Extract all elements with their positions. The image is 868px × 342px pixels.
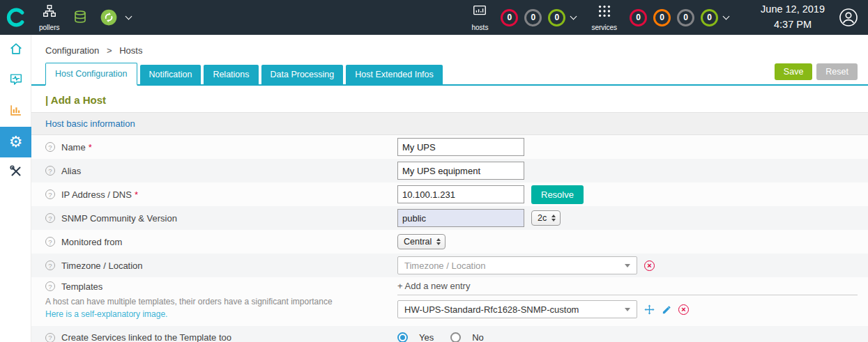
hosts-up-badge[interactable]: 0 bbox=[548, 9, 565, 26]
monitored-from-value: Central bbox=[404, 237, 432, 247]
monitored-label-cell: ? Monitored from bbox=[45, 237, 397, 247]
chevron-down-icon[interactable] bbox=[723, 13, 730, 20]
tab-notification[interactable]: Notification bbox=[140, 65, 201, 84]
services-unknown-badge[interactable]: 0 bbox=[677, 9, 694, 26]
breadcrumb: Configuration > Hosts bbox=[31, 35, 868, 63]
ip-address-input[interactable] bbox=[397, 185, 524, 203]
form-row-name: ? Name* bbox=[31, 135, 868, 159]
sidebar-item-reporting[interactable] bbox=[0, 96, 31, 127]
database-icon[interactable] bbox=[72, 9, 89, 26]
delete-template-icon[interactable]: × bbox=[678, 304, 689, 315]
pollers-menu[interactable]: pollers bbox=[39, 3, 59, 31]
chevron-down-icon bbox=[625, 264, 630, 267]
alias-label-cell: ? Alias bbox=[45, 166, 397, 176]
timezone-label-cell: ? Timezone / Location bbox=[45, 261, 397, 271]
breadcrumb-hosts[interactable]: Hosts bbox=[119, 45, 142, 56]
help-icon[interactable]: ? bbox=[45, 213, 55, 223]
hosts-menu[interactable]: hosts bbox=[471, 3, 488, 31]
help-icon[interactable]: ? bbox=[45, 237, 55, 247]
tab-data-processing[interactable]: Data Processing bbox=[261, 65, 344, 84]
timezone-label: Timezone / Location bbox=[61, 261, 143, 271]
ip-label: IP Address / DNS* bbox=[61, 189, 138, 200]
select-stepper-icon bbox=[551, 215, 556, 221]
help-icon[interactable]: ? bbox=[45, 189, 55, 199]
topbar: pollers hosts 0 0 bbox=[0, 0, 868, 35]
chevron-down-icon[interactable] bbox=[570, 13, 577, 20]
required-asterisk: * bbox=[89, 142, 92, 153]
form-row-monitored-from: ? Monitored from Central bbox=[31, 230, 868, 254]
timezone-input-cell: Timezone / Location × bbox=[397, 256, 868, 274]
template-selected-value: HW-UPS-Standard-Rfc1628-SNMP-custom bbox=[404, 304, 579, 315]
help-icon[interactable]: ? bbox=[45, 333, 55, 342]
breadcrumb-configuration[interactable]: Configuration bbox=[45, 45, 99, 56]
reset-button[interactable]: Reset bbox=[816, 63, 858, 80]
services-icon bbox=[597, 3, 612, 22]
create-services-yes-radio[interactable] bbox=[397, 332, 408, 342]
sidebar: ⚙ bbox=[0, 35, 31, 342]
save-button[interactable]: Save bbox=[775, 63, 813, 80]
help-icon[interactable]: ? bbox=[45, 166, 55, 176]
name-label: Name* bbox=[61, 142, 92, 153]
main-content: Configuration > Hosts Host Configuration… bbox=[31, 35, 868, 342]
heartbeat-icon bbox=[8, 72, 24, 90]
current-time: 4:37 PM bbox=[761, 17, 825, 33]
tabs-bar: Host Configuration Notification Relation… bbox=[31, 63, 868, 86]
templates-help-link[interactable]: Here is a self-explanatory image. bbox=[45, 308, 383, 320]
timezone-select[interactable]: Timezone / Location bbox=[397, 256, 637, 274]
services-ok-badge[interactable]: 0 bbox=[701, 9, 718, 26]
create-services-label: Create Services linked to the Template t… bbox=[61, 332, 231, 342]
chevron-down-icon bbox=[625, 308, 630, 311]
hosts-down-badge[interactable]: 0 bbox=[501, 9, 518, 26]
snmp-community-input[interactable] bbox=[397, 209, 524, 227]
snmp-label-cell: ? SNMP Community & Version bbox=[45, 213, 397, 224]
form-row-templates: ? Templates A host can have multiple tem… bbox=[31, 277, 868, 326]
centreon-logo-icon bbox=[6, 7, 26, 28]
monitored-from-select[interactable]: Central bbox=[397, 234, 446, 249]
breadcrumb-separator: > bbox=[107, 45, 112, 56]
help-icon[interactable]: ? bbox=[45, 142, 55, 152]
gear-icon: ⚙ bbox=[9, 134, 23, 150]
user-profile-icon[interactable] bbox=[839, 8, 858, 27]
form-row-timezone: ? Timezone / Location Timezone / Locatio… bbox=[31, 254, 868, 277]
services-label: services bbox=[591, 24, 617, 31]
tools-icon bbox=[8, 164, 24, 182]
move-template-icon[interactable] bbox=[644, 304, 655, 316]
services-critical-badge[interactable]: 0 bbox=[630, 9, 647, 26]
clear-timezone-icon[interactable]: × bbox=[644, 261, 655, 271]
help-icon[interactable]: ? bbox=[45, 261, 55, 270]
tab-host-configuration[interactable]: Host Configuration bbox=[45, 63, 137, 86]
sidebar-item-configuration[interactable]: ⚙ bbox=[0, 127, 31, 157]
form-row-create-services: ? Create Services linked to the Template… bbox=[31, 326, 868, 342]
form-row-ip: ? IP Address / DNS* Resolve bbox=[31, 182, 868, 206]
pollers-label: pollers bbox=[39, 24, 59, 31]
services-warning-badge[interactable]: 0 bbox=[653, 9, 671, 26]
sidebar-item-administration[interactable] bbox=[0, 157, 31, 188]
hosts-label: hosts bbox=[471, 24, 488, 31]
host-status-badges: 0 0 0 bbox=[501, 9, 565, 26]
tab-relations[interactable]: Relations bbox=[204, 65, 258, 84]
create-services-input-cell: Yes No bbox=[397, 332, 868, 342]
centreon-logo[interactable] bbox=[0, 7, 32, 28]
timezone-placeholder: Timezone / Location bbox=[404, 261, 486, 271]
template-select[interactable]: HW-UPS-Standard-Rfc1628-SNMP-custom bbox=[397, 300, 637, 318]
resolve-button[interactable]: Resolve bbox=[531, 185, 584, 204]
chart-icon bbox=[8, 102, 24, 121]
alias-input-cell bbox=[397, 162, 868, 180]
poller-status-icon[interactable] bbox=[100, 8, 118, 26]
name-input[interactable] bbox=[397, 138, 524, 156]
add-template-entry-link[interactable]: + Add a new entry bbox=[397, 277, 858, 295]
chevron-down-icon[interactable] bbox=[125, 13, 132, 20]
services-menu[interactable]: services bbox=[591, 3, 617, 31]
hosts-unreachable-badge[interactable]: 0 bbox=[524, 9, 542, 26]
name-input-cell bbox=[397, 138, 868, 156]
sidebar-item-home[interactable] bbox=[0, 35, 31, 65]
templates-input-cell: + Add a new entry HW-UPS-Standard-Rfc162… bbox=[397, 277, 858, 320]
snmp-version-select[interactable]: 2c bbox=[531, 210, 561, 226]
tab-host-extended-infos[interactable]: Host Extended Infos bbox=[346, 65, 443, 84]
sidebar-item-monitoring[interactable] bbox=[0, 65, 31, 96]
edit-template-icon[interactable] bbox=[662, 304, 672, 315]
alias-input[interactable] bbox=[397, 162, 524, 180]
help-icon[interactable]: ? bbox=[45, 281, 55, 291]
templates-note: A host can have multiple templates, thei… bbox=[45, 295, 383, 308]
create-services-no-radio[interactable] bbox=[450, 332, 461, 342]
